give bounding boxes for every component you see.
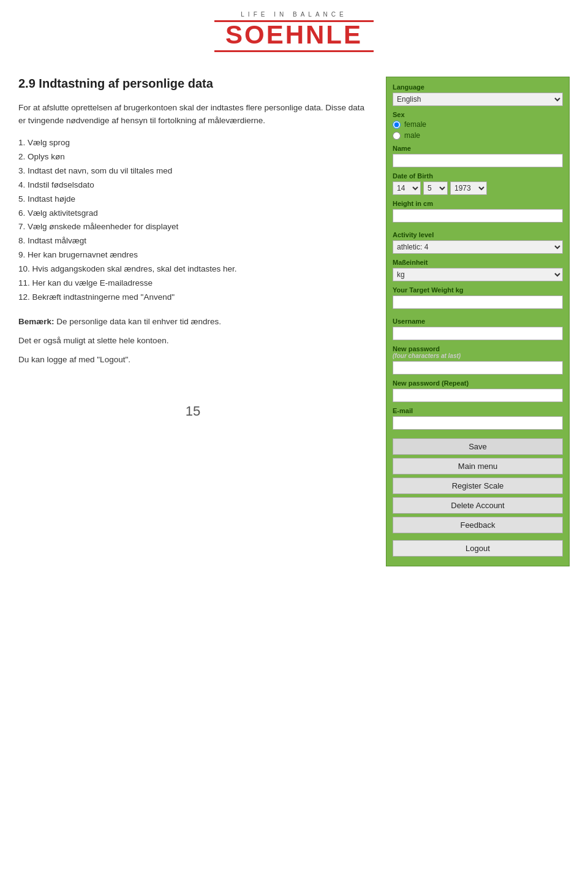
logo: SOEHNLE bbox=[0, 22, 588, 48]
sex-label: Sex bbox=[393, 111, 563, 118]
header-line-bottom bbox=[214, 50, 374, 52]
dob-row: 14 5 1973 bbox=[393, 181, 563, 195]
list-item: 2. Oplys køn bbox=[18, 150, 368, 164]
language-section: Language English bbox=[393, 83, 563, 106]
email-label: E-mail bbox=[393, 407, 563, 414]
sex-radio-group: female male bbox=[393, 120, 563, 140]
register-scale-button[interactable]: Register Scale bbox=[393, 478, 563, 494]
form-panel: Language English Sex female male Name bbox=[386, 77, 570, 566]
name-label: Name bbox=[393, 145, 563, 152]
new-password-input[interactable] bbox=[393, 361, 563, 375]
sex-female-radio[interactable] bbox=[393, 121, 401, 129]
masseinheit-select[interactable]: kg bbox=[393, 268, 563, 281]
list-item: 11. Her kan du vælge E-mailadresse bbox=[18, 276, 368, 291]
dob-day-select[interactable]: 14 bbox=[393, 181, 421, 195]
page-number: 15 bbox=[18, 403, 368, 419]
language-select[interactable]: English bbox=[393, 93, 563, 106]
page-header: LIFE IN BALANCE SOEHNLE bbox=[0, 0, 588, 58]
list-item: 6. Vælg aktivitetsgrad bbox=[18, 207, 368, 221]
height-input[interactable] bbox=[393, 209, 563, 223]
list-item: 10. Hvis adgangskoden skal ændres, skal … bbox=[18, 262, 368, 276]
section-title: 2.9 Indtastning af personlige data bbox=[18, 77, 368, 91]
dob-section: Date of Birth 14 5 1973 bbox=[393, 172, 563, 195]
main-layout: 2.9 Indtastning af personlige data For a… bbox=[0, 58, 588, 579]
sex-male-label: male bbox=[404, 131, 420, 140]
activity-select[interactable]: athletic: 4 bbox=[393, 240, 563, 254]
username-label: Username bbox=[393, 318, 563, 325]
name-input[interactable] bbox=[393, 154, 563, 167]
email-input[interactable] bbox=[393, 416, 563, 430]
target-weight-label: Your Target Weight kg bbox=[393, 286, 563, 294]
username-input[interactable] bbox=[393, 327, 563, 340]
activity-label: Activity level bbox=[393, 231, 563, 238]
list-item: 1. Vælg sprog bbox=[18, 136, 368, 150]
new-password-repeat-label: New password (Repeat) bbox=[393, 379, 563, 387]
new-password-section: New password (four characters at last) bbox=[393, 345, 563, 375]
language-label: Language bbox=[393, 83, 563, 91]
tagline: LIFE IN BALANCE bbox=[0, 11, 588, 18]
list-item: 4. Indstil fødselsdato bbox=[18, 178, 368, 192]
feedback-button[interactable]: Feedback bbox=[393, 517, 563, 533]
dob-month-select[interactable]: 5 bbox=[423, 181, 448, 195]
note-text: Bemærk: De personlige data kan til enhve… bbox=[18, 316, 368, 329]
masseinheit-section: Maßeinheit kg bbox=[393, 259, 563, 281]
password-hint: (four characters at last) bbox=[393, 352, 563, 359]
list-item: 3. Indtast det navn, som du vil tiltales… bbox=[18, 164, 368, 178]
list-item: 12. Bekræft indtastningerne med "Anvend" bbox=[18, 291, 368, 305]
save-button[interactable]: Save bbox=[393, 438, 563, 455]
list-item: 5. Indtast højde bbox=[18, 192, 368, 207]
height-label: Height in cm bbox=[393, 200, 563, 207]
activity-section: Activity level athletic: 4 bbox=[393, 231, 563, 254]
new-password-repeat-input[interactable] bbox=[393, 389, 563, 402]
username-section: Username bbox=[393, 318, 563, 340]
new-password-repeat-section: New password (Repeat) bbox=[393, 379, 563, 402]
sex-male-radio[interactable] bbox=[393, 132, 401, 140]
sex-female-label: female bbox=[404, 120, 426, 129]
list-item: 7. Vælg ønskede måleenheder for displaye… bbox=[18, 220, 368, 234]
new-password-label: New password (four characters at last) bbox=[393, 345, 563, 359]
email-section: E-mail bbox=[393, 407, 563, 430]
dob-label: Date of Birth bbox=[393, 172, 563, 180]
target-weight-input[interactable] bbox=[393, 295, 563, 309]
dob-year-select[interactable]: 1973 bbox=[450, 181, 487, 195]
delete-account-button[interactable]: Delete Account bbox=[393, 497, 563, 514]
list-item: 9. Her kan brugernavnet ændres bbox=[18, 248, 368, 262]
intro-text: For at afslutte oprettelsen af brugerkon… bbox=[18, 102, 368, 128]
sex-section: Sex female male bbox=[393, 111, 563, 140]
left-column: 2.9 Indtastning af personlige data For a… bbox=[18, 77, 368, 566]
masseinheit-label: Maßeinheit bbox=[393, 259, 563, 266]
sex-female-option[interactable]: female bbox=[393, 120, 563, 129]
sex-male-option[interactable]: male bbox=[393, 131, 563, 140]
list-item: 8. Indtast målvægt bbox=[18, 234, 368, 248]
main-menu-button[interactable]: Main menu bbox=[393, 458, 563, 474]
note-text-2: Det er også muligt at slette hele kontoe… bbox=[18, 335, 368, 348]
name-section: Name bbox=[393, 145, 563, 167]
target-weight-section: Your Target Weight kg bbox=[393, 286, 563, 309]
steps-list: 1. Vælg sprog 2. Oplys køn 3. Indtast de… bbox=[18, 136, 368, 305]
note-bold: Bemærk: bbox=[18, 317, 55, 326]
note-text-3: Du kan logge af med "Logout". bbox=[18, 354, 368, 367]
logout-button[interactable]: Logout bbox=[393, 540, 563, 557]
height-section: Height in cm bbox=[393, 200, 563, 223]
